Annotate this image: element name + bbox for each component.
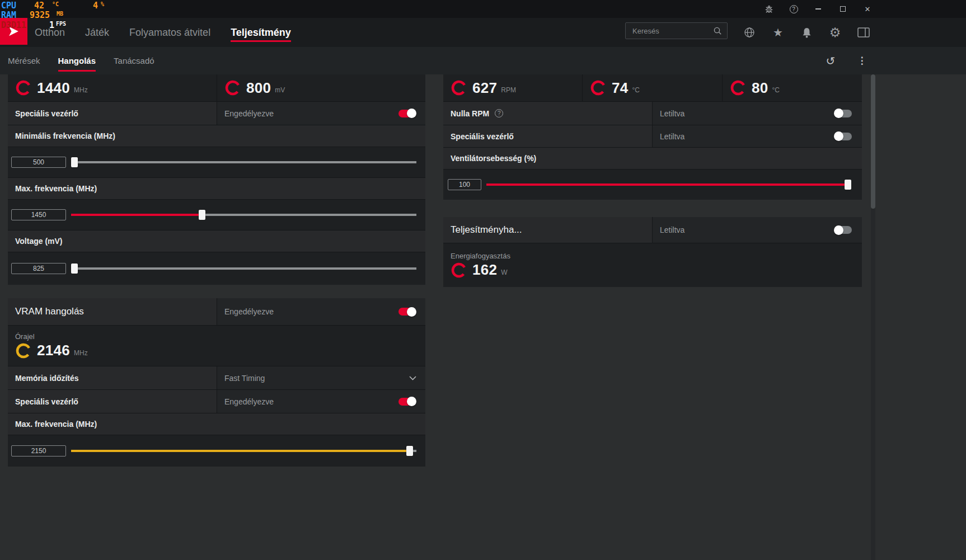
fan-rpm-gauge: 627 RPM (443, 79, 516, 97)
performance-subnav: Mérések Hangolás Tanácsadó ↺ ⋮ (0, 47, 966, 74)
close-button[interactable]: ✕ (855, 0, 880, 18)
tab-home[interactable]: Otthon (35, 18, 65, 47)
fan-advanced-control-row: Speciális vezérlő Letiltva (443, 125, 862, 147)
vram-max-frequency-input[interactable] (11, 445, 66, 457)
vram-header-row: VRAM hangolás Engedélyezve (8, 298, 425, 325)
overlay-panel-button[interactable] (857, 26, 870, 39)
gpu-voltage-gauge: 800 mV (217, 79, 285, 97)
gauge-icon (590, 79, 607, 96)
slider-handle[interactable] (71, 157, 78, 167)
power-limit-toggle[interactable] (835, 226, 852, 234)
slider-handle[interactable] (845, 180, 851, 190)
star-icon: ★ (773, 27, 783, 38)
slider-handle[interactable] (199, 210, 205, 220)
gpu-temp-gauge: 74 °C (583, 79, 640, 97)
min-frequency-input[interactable] (11, 157, 66, 168)
zero-rpm-help-icon[interactable]: ? (495, 109, 503, 117)
tuning-content: 1440 MHz 800 mV Speciális vezérlő Engedé… (0, 74, 966, 560)
search-box (625, 22, 728, 39)
toggle-knob (834, 225, 843, 235)
help-button[interactable]: ? (781, 0, 806, 18)
minimize-button[interactable] (806, 0, 831, 18)
bug-report-button[interactable] (757, 0, 781, 18)
fan-tuning-card: 627 RPM 74 °C 80 °C (443, 74, 862, 200)
min-frequency-slider[interactable] (71, 157, 416, 167)
fan-advanced-control-toggle[interactable] (835, 133, 852, 140)
amd-radeon-logo[interactable] (0, 18, 27, 45)
window-controls: ? ✕ (757, 0, 880, 18)
gpu-advanced-control-row: Speciális vezérlő Engedélyezve (8, 102, 425, 125)
vram-tuning-toggle[interactable] (398, 308, 415, 316)
subtab-advisor[interactable]: Tanácsadó (114, 47, 154, 74)
junction-temp-gauge: 80 °C (723, 79, 780, 97)
globe-icon (743, 26, 756, 39)
notifications-button[interactable] (800, 26, 813, 39)
toggle-knob (407, 109, 416, 118)
reset-icon[interactable]: ↺ (825, 55, 836, 67)
subtab-tuning[interactable]: Hangolás (58, 47, 96, 74)
main-navbar: Otthon Játék Folyamatos átvitel Teljesít… (0, 18, 966, 47)
tab-streaming[interactable]: Folyamatos átvitel (129, 18, 210, 47)
zero-rpm-toggle[interactable] (835, 110, 852, 117)
maximize-icon (840, 6, 846, 12)
toggle-knob (407, 307, 416, 317)
max-frequency-input[interactable] (11, 209, 66, 220)
power-tuning-card: Teljesítményha... Letiltva Energiafogyas… (443, 217, 862, 287)
bell-icon (801, 27, 812, 39)
power-consumption-gauge: 162 W (443, 261, 508, 279)
titlebar: ? ✕ (0, 0, 966, 18)
close-icon: ✕ (865, 5, 871, 13)
fan-speed-slider[interactable] (486, 180, 851, 190)
subnav-actions: ↺ ⋮ (825, 47, 867, 74)
slider-track (486, 183, 851, 186)
vram-tuning-card: VRAM hangolás Engedélyezve Órajel 2146 M… (8, 298, 425, 467)
amd-logo-glyph (8, 25, 20, 37)
zero-rpm-row: Nulla RPM ? Letiltva (443, 102, 862, 125)
voltage-slider[interactable] (71, 263, 416, 274)
gauge-icon (451, 262, 467, 279)
subtab-metrics[interactable]: Mérések (8, 47, 40, 74)
tab-performance[interactable]: Teljesítmény (231, 18, 291, 47)
vertical-scrollbar[interactable] (871, 74, 875, 560)
more-options-icon[interactable]: ⋮ (856, 56, 867, 65)
tab-gaming[interactable]: Játék (85, 18, 109, 47)
web-button[interactable] (743, 26, 756, 39)
slider-track (71, 450, 416, 452)
scrollbar-thumb[interactable] (871, 74, 875, 209)
sidebar-panel-icon (857, 27, 870, 37)
vram-advanced-control-row: Speciális vezérlő Engedélyezve (8, 390, 425, 413)
gauge-icon (15, 342, 32, 359)
gpu-frequency-gauge: 1440 MHz (8, 79, 88, 97)
slider-track (71, 214, 416, 216)
favorites-button[interactable]: ★ (772, 26, 784, 39)
bug-icon (765, 4, 773, 13)
settings-button[interactable]: ⚙ (829, 26, 841, 39)
toggle-knob (834, 131, 843, 141)
chevron-down-icon[interactable] (409, 376, 416, 380)
gpu-tuning-card: 1440 MHz 800 mV Speciális vezérlő Engedé… (8, 74, 425, 285)
slider-track (71, 267, 416, 270)
fan-speed-input[interactable] (448, 179, 481, 190)
minimize-icon (815, 8, 821, 10)
slider-track (71, 161, 416, 163)
search-input[interactable] (626, 27, 713, 35)
help-icon: ? (790, 5, 798, 13)
slider-handle[interactable] (71, 263, 78, 274)
slider-handle[interactable] (406, 446, 413, 456)
gauge-icon (15, 79, 32, 96)
navbar-icons: ★ ⚙ (743, 18, 870, 47)
memory-timing-row: Memória időzítés Fast Timing (8, 366, 425, 389)
gauge-icon (451, 79, 467, 96)
vram-advanced-control-toggle[interactable] (398, 398, 415, 406)
max-frequency-slider[interactable] (71, 210, 416, 220)
main-tabs: Otthon Játék Folyamatos átvitel Teljesít… (35, 18, 291, 47)
vram-max-frequency-slider[interactable] (71, 446, 416, 456)
toggle-knob (407, 397, 416, 406)
gauge-icon (730, 79, 747, 96)
gpu-advanced-control-toggle[interactable] (398, 110, 415, 117)
subnav-tabs: Mérések Hangolás Tanácsadó (8, 47, 154, 74)
maximize-button[interactable] (831, 0, 855, 18)
voltage-input[interactable] (11, 263, 66, 274)
memory-timing-dropdown[interactable]: Fast Timing (217, 366, 425, 389)
gear-icon: ⚙ (829, 26, 841, 39)
